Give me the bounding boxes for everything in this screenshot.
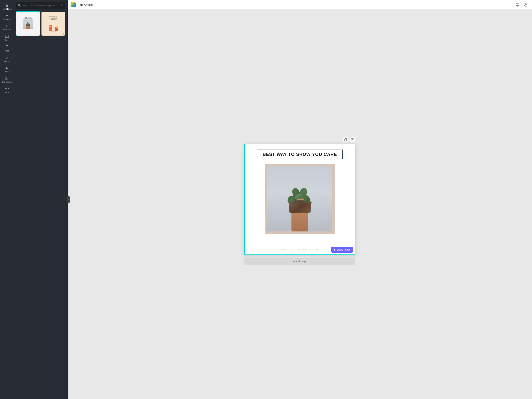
logo-button[interactable] — [70, 2, 76, 7]
videos-icon: ▶ — [6, 66, 8, 70]
template-title: BEST WAY TOSHOW YOU CARE — [24, 17, 32, 19]
duplicate-icon — [344, 138, 347, 141]
add-page-label: + Add page — [293, 260, 306, 263]
main-area: ◉ Animate — [68, 0, 532, 399]
lock-icon — [524, 3, 528, 7]
audio-icon: ♪ — [6, 56, 8, 59]
photos-icon: 🖼 — [5, 34, 9, 38]
sidebar-item-photos[interactable]: 🖼 Photos — [0, 33, 14, 43]
svg-rect-4 — [345, 139, 347, 141]
plant-visual — [267, 166, 332, 232]
uploads-icon: ⬆ — [5, 24, 8, 28]
background-icon: ▦ — [5, 76, 9, 80]
animate-button[interactable]: ◉ Animate — [78, 2, 95, 8]
canvas-image-frame[interactable] — [265, 164, 335, 234]
add-page-icon — [351, 138, 354, 141]
sidebar-item-label: Templates — [2, 8, 12, 10]
lock-button[interactable] — [522, 1, 529, 8]
templates-grid: BEST WAY TOSHOW YOU CARE yourdomain.com … — [14, 10, 67, 37]
share-image-label: Share Image — [337, 248, 350, 251]
sidebar-item-label: Background — [1, 81, 13, 83]
duplicate-page-button[interactable] — [343, 137, 349, 142]
template-item[interactable]: International Dayof Persons withDisabili… — [41, 12, 65, 36]
add-page-button[interactable] — [350, 137, 355, 142]
canvas-title: BEST WAY TO SHOW YOU CARE — [263, 152, 337, 157]
share-image-button[interactable]: ⬆ Share Image — [331, 247, 353, 253]
sidebar-item-text[interactable]: T Text — [0, 43, 14, 54]
premium-badge: ♦ — [63, 33, 64, 35]
sidebar: ⊞ Templates ✦ Elements ⬆ Uploads 🖼 Photo… — [0, 0, 14, 399]
sidebar-item-uploads[interactable]: ⬆ Uploads — [0, 22, 14, 33]
canvas-domain: yourdomain.com — [280, 248, 319, 251]
text-icon: T — [6, 45, 8, 49]
sidebar-item-videos[interactable]: ▶ Videos — [0, 64, 14, 75]
elements-icon: ✦ — [5, 14, 8, 17]
animate-label: Animate — [84, 3, 93, 6]
svg-rect-0 — [516, 3, 519, 6]
sidebar-item-label: Videos — [4, 71, 10, 73]
search-input[interactable] — [23, 4, 59, 7]
template-item[interactable]: BEST WAY TOSHOW YOU CARE yourdomain.com — [16, 12, 40, 36]
canvas-wrapper: BEST WAY TO SHOW YOU CARE — [244, 144, 355, 265]
logo-gradient — [70, 2, 76, 7]
sidebar-item-templates[interactable]: ⊞ Templates — [0, 1, 14, 12]
sidebar-item-label: Elements — [3, 18, 11, 20]
canvas-title-box[interactable]: BEST WAY TO SHOW YOU CARE — [257, 149, 343, 159]
add-page-bar[interactable]: + Add page — [244, 258, 355, 265]
pot — [289, 203, 311, 213]
templates-icon: ⊞ — [5, 3, 8, 7]
sidebar-item-label: Uploads — [3, 29, 11, 31]
present-icon — [516, 3, 519, 7]
left-panel: 🔍 ⚙ BEST WAY TOSHOW YOU CARE yourdomain.… — [14, 0, 68, 399]
search-bar: 🔍 ⚙ — [16, 2, 65, 9]
sidebar-item-elements[interactable]: ✦ Elements — [0, 12, 14, 22]
more-icon: ••• — [5, 87, 9, 90]
sidebar-item-label: Photos — [4, 39, 10, 41]
sidebar-item-audio[interactable]: ♪ Audio — [0, 54, 14, 64]
sidebar-item-label: Text — [5, 50, 9, 52]
animate-icon: ◉ — [80, 3, 83, 6]
canvas-actions — [343, 137, 355, 142]
template-image — [23, 19, 33, 29]
sidebar-item-background[interactable]: ▦ Background — [0, 75, 14, 85]
share-icon: ⬆ — [334, 248, 336, 251]
design-canvas[interactable]: BEST WAY TO SHOW YOU CARE — [244, 144, 355, 255]
collapse-panel-button[interactable]: ‹ — [67, 196, 70, 203]
toolbar-right — [514, 1, 529, 8]
search-icon: 🔍 — [18, 4, 21, 7]
top-toolbar: ◉ Animate — [68, 0, 532, 10]
canvas-area[interactable]: BEST WAY TO SHOW YOU CARE — [68, 10, 532, 399]
template-domain: yourdomain.com — [24, 30, 32, 30]
canvas-image-inner — [267, 166, 332, 232]
sidebar-item-label: More — [5, 91, 9, 93]
present-button[interactable] — [514, 1, 521, 8]
filter-icon[interactable]: ⚙ — [61, 4, 63, 7]
sidebar-item-label: Audio — [4, 60, 9, 62]
svg-rect-3 — [525, 5, 527, 6]
sidebar-item-more[interactable]: ••• More — [0, 85, 14, 95]
